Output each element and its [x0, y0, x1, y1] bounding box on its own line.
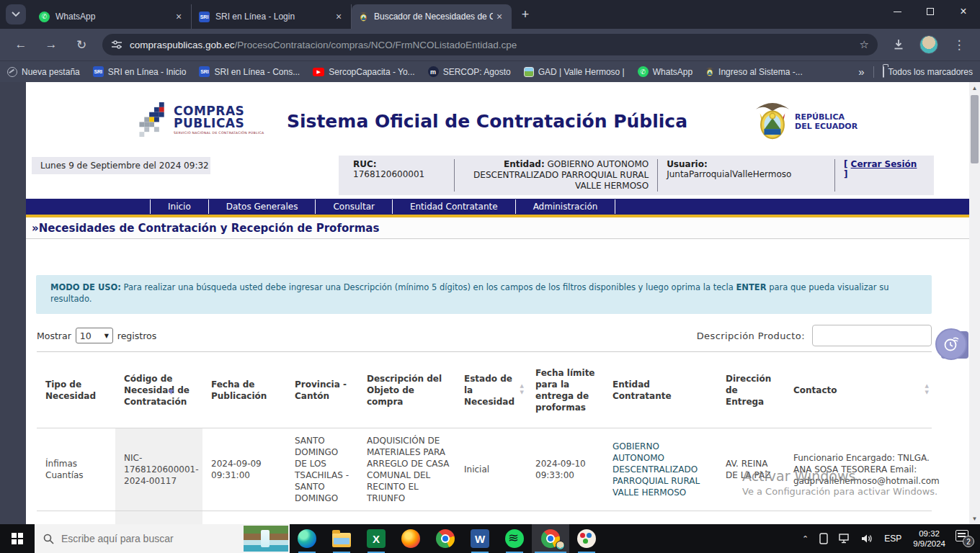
tab-sri-login[interactable]: SRI SRI en Línea - Login ×: [192, 4, 352, 29]
col-entidad-contratante[interactable]: Entidad Contratante: [604, 352, 717, 428]
edge-icon: [298, 529, 316, 548]
cell-estado: Inicial: [455, 428, 527, 511]
tab-buscador-necesidades[interactable]: Buscador de Necesidades de Co ×: [352, 4, 512, 29]
bookmark-nueva-pestana[interactable]: Nueva pestaña: [7, 67, 80, 77]
nav-consultar[interactable]: Consultar: [315, 199, 392, 214]
cell-codigo: NIC-1768120600001-2024-00117: [115, 428, 202, 511]
all-bookmarks-button[interactable]: Todos los marcadores: [888, 67, 973, 77]
bookmark-label: Nueva pestaña: [22, 67, 80, 77]
cell-codigo: [115, 511, 202, 524]
page-scrollbar[interactable]: ▲ ▼: [969, 82, 980, 524]
notification-center-button[interactable]: 2: [956, 530, 974, 547]
tab-search-button[interactable]: [6, 4, 26, 24]
compras-publicas-page: COMPRAS PUBLICAS SERVICIO NACIONAL DE CO…: [26, 82, 969, 524]
volume-icon[interactable]: [861, 534, 873, 544]
divider: [834, 159, 835, 192]
ruc-label: RUC:: [353, 159, 377, 169]
url-bar[interactable]: compraspublicas.gob.ec/ProcesoContrataci…: [102, 34, 878, 55]
search-icon: [43, 534, 54, 544]
network-icon[interactable]: [839, 534, 851, 544]
chevron-down-icon: ▼: [104, 333, 109, 339]
tray-time: 09:32: [913, 529, 945, 539]
back-button[interactable]: ←: [10, 34, 32, 55]
logout-link[interactable]: [ Cerrar Sesión ]: [837, 159, 927, 192]
taskbar-paint[interactable]: [569, 524, 604, 553]
col-codigo[interactable]: Código de Necesidad de Contratación▼: [115, 352, 202, 428]
page-size-select[interactable]: 10 ▼: [76, 328, 113, 343]
your-phone-icon[interactable]: [819, 533, 829, 544]
col-tipo-necesidad[interactable]: Tipo de Necesidad: [37, 352, 115, 428]
bookmarks-overflow-button[interactable]: »: [858, 66, 864, 78]
taskbar-chrome[interactable]: [428, 524, 463, 553]
nav-inicio[interactable]: Inicio: [150, 199, 208, 214]
col-descripcion-objeto[interactable]: Descripción del Objeto de compra: [358, 352, 455, 428]
nav-datos-generales[interactable]: Datos Generales: [208, 199, 316, 214]
bookmark-sercopcapacita[interactable]: ▶SercopCapacita - Yo...: [313, 67, 414, 77]
scroll-up-button[interactable]: ▲: [969, 82, 980, 94]
nav-administracion[interactable]: Administración: [515, 199, 616, 214]
entidad-info: Entidad: GOBIERNO AUTONOMO DESCENTRALIZA…: [456, 159, 656, 192]
bookmark-sercop-agosto[interactable]: mSERCOP: Agosto: [428, 66, 511, 77]
table-header-row: Tipo de Necesidad Código de Necesidad de…: [37, 352, 932, 428]
tray-expand-button[interactable]: ⌃: [802, 534, 808, 544]
bookmark-sri-inicio[interactable]: SRISRI en Línea - Inicio: [93, 66, 187, 77]
col-contacto[interactable]: Contacto▲▼: [785, 352, 932, 428]
browser-menu-button[interactable]: ⋮: [948, 34, 970, 55]
taskbar-firefox[interactable]: [393, 524, 428, 553]
timer-extension-widget[interactable]: [935, 328, 968, 361]
logo-tagline: SERVICIO NACIONAL DE CONTRATACIÓN PÚBLIC…: [174, 131, 264, 135]
tray-clock[interactable]: 09:32 9/9/2024: [913, 529, 945, 549]
close-tab-icon[interactable]: ×: [172, 10, 185, 23]
republica-line2: DEL ECUADOR: [795, 122, 858, 131]
forward-button[interactable]: →: [40, 34, 62, 55]
compras-publicas-logo: COMPRAS PUBLICAS SERVICIO NACIONAL DE CO…: [139, 102, 264, 137]
col-direccion-entrega[interactable]: Dirección de Entrega: [717, 352, 785, 428]
profile-avatar[interactable]: [919, 35, 938, 54]
divider: [873, 66, 874, 78]
taskbar-excel[interactable]: X: [359, 524, 393, 553]
minimize-button[interactable]: [881, 0, 914, 23]
col-fecha-publicacion[interactable]: Fecha de Publicación: [202, 352, 286, 428]
cell-contacto: Funcionario Encargado: TNLGA. ANA SOSA T…: [785, 428, 932, 511]
search-input[interactable]: [61, 533, 213, 544]
maximize-button[interactable]: [914, 0, 947, 23]
close-tab-icon[interactable]: ×: [493, 10, 506, 23]
close-window-button[interactable]: ×: [947, 0, 980, 23]
bookmark-ingreso-sistema[interactable]: Ingreso al Sistema -...: [705, 67, 803, 77]
taskbar-edge[interactable]: [290, 524, 324, 553]
taskbar-search[interactable]: [35, 524, 290, 553]
nav-entidad-contratante[interactable]: Entidad Contratante: [392, 199, 515, 214]
col-provincia-canton[interactable]: Provincia - Cantón: [286, 352, 358, 428]
ecuador-crest-icon: [359, 12, 368, 22]
divider: [657, 159, 658, 192]
start-button[interactable]: [0, 524, 35, 553]
close-tab-icon[interactable]: ×: [332, 10, 345, 23]
usage-bold: MODO DE USO:: [50, 282, 121, 292]
scrollbar-thumb[interactable]: [971, 95, 979, 163]
notification-count-badge: 2: [963, 536, 974, 547]
col-fecha-limite[interactable]: Fecha límite para la entrega de proforma…: [527, 352, 604, 428]
bookmark-sri-consultas[interactable]: SRISRI en Línea - Cons...: [199, 66, 300, 77]
taskbar-spotify[interactable]: [497, 524, 532, 553]
taskbar-word[interactable]: W: [463, 524, 497, 553]
new-tab-button[interactable]: +: [516, 5, 535, 24]
tab-label: Buscador de Necesidades de Co: [374, 12, 493, 22]
keyboard-language[interactable]: ESP: [884, 534, 901, 544]
downloads-button[interactable]: [888, 34, 909, 55]
scroll-down-button[interactable]: ▼: [969, 513, 980, 524]
tab-whatsapp[interactable]: ✆ WhatsApp ×: [32, 4, 192, 29]
taskbar-chrome-profile-active[interactable]: [532, 524, 569, 553]
descripcion-producto-input[interactable]: [812, 325, 932, 346]
col-estado-necesidad[interactable]: Estado de la Necesidad▲▼: [455, 352, 527, 428]
bookmark-gad-valle-hermoso[interactable]: GAD | Valle Hermoso |: [524, 67, 625, 77]
bookmark-whatsapp[interactable]: ✆WhatsApp: [638, 66, 692, 77]
cell-provincia: SANTO DOMINGO DE LOS TSACHILAS - SANTO D…: [286, 428, 358, 511]
search-highlight-image[interactable]: [244, 526, 288, 552]
bookmark-star-icon[interactable]: ☆: [860, 38, 869, 51]
usuario-info: Usuario: JuntaParroquialValleHermoso: [659, 159, 833, 192]
url-domain: compraspublicas.gob.ec: [130, 40, 235, 50]
usuario-value: JuntaParroquialValleHermoso: [667, 169, 791, 179]
taskbar-file-explorer[interactable]: [324, 524, 359, 553]
cell-entidad-link[interactable]: GOBIERNO AUTONOMO DESCENTRALIZADO PARROQ…: [604, 428, 717, 511]
reload-button[interactable]: ↻: [71, 34, 92, 55]
